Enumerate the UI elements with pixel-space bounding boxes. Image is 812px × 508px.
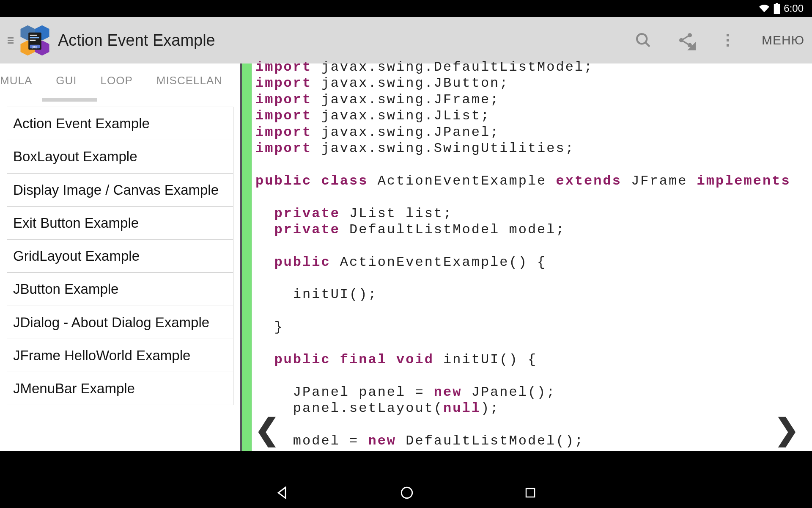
list-item[interactable]: GridLayout Example: [7, 240, 233, 273]
recent-apps-icon[interactable]: [524, 486, 537, 501]
example-list: Action Event Example BoxLayout Example D…: [7, 107, 233, 405]
svg-point-19: [401, 487, 412, 498]
svg-rect-9: [30, 39, 36, 41]
source-code[interactable]: import javax.swing.DefaultListModel; imp…: [252, 58, 812, 451]
svg-line-13: [645, 42, 650, 47]
drawer-icon[interactable]: [8, 36, 14, 45]
list-item[interactable]: Action Event Example: [7, 107, 233, 140]
app-bar: php Action Event Example МЕНЮ: [0, 17, 812, 64]
tab-2[interactable]: LOOP: [88, 64, 144, 98]
svg-rect-0: [774, 4, 780, 14]
battery-icon: [774, 3, 780, 14]
svg-line-17: [683, 36, 688, 39]
search-icon[interactable]: [635, 32, 652, 49]
content-area: MULA GUI LOOP MISCELLAN Action Event Exa…: [0, 64, 812, 451]
svg-point-12: [637, 34, 647, 44]
sidebar: MULA GUI LOOP MISCELLAN Action Event Exa…: [0, 64, 242, 451]
svg-rect-7: [30, 34, 37, 36]
tab-3[interactable]: MISCELLAN: [145, 64, 234, 98]
app-icon: php: [17, 22, 53, 58]
wifi-icon: [758, 3, 770, 14]
status-time: 6:00: [784, 3, 804, 14]
svg-rect-20: [526, 489, 535, 497]
android-status-bar: 6:00: [0, 0, 812, 17]
tab-1[interactable]: GUI: [44, 64, 88, 98]
list-item[interactable]: JButton Example: [7, 273, 233, 306]
svg-rect-1: [776, 3, 778, 4]
tab-0[interactable]: MULA: [0, 64, 44, 98]
prev-page-icon[interactable]: ❮: [255, 412, 280, 447]
tab-bar[interactable]: MULA GUI LOOP MISCELLAN: [0, 64, 240, 98]
list-item[interactable]: JFrame HelloWorld Example: [7, 339, 233, 372]
line-gutter: [242, 64, 252, 451]
page-title: Action Event Example: [58, 31, 635, 50]
list-item[interactable]: Exit Button Example: [7, 207, 233, 240]
code-viewer[interactable]: import javax.swing.DefaultListModel; imp…: [242, 64, 812, 451]
overflow-icon[interactable]: [719, 32, 736, 49]
android-nav-bar: [0, 479, 812, 508]
share-icon[interactable]: [677, 32, 694, 49]
next-page-icon[interactable]: ❯: [774, 412, 799, 447]
list-item[interactable]: Display Image / Canvas Example: [7, 174, 233, 207]
active-tab-indicator: [42, 98, 97, 102]
menu-button[interactable]: МЕНЮ: [762, 33, 804, 47]
letterbox: [0, 451, 812, 479]
svg-text:php: php: [33, 45, 38, 48]
svg-rect-8: [30, 37, 39, 38]
list-item[interactable]: BoxLayout Example: [7, 140, 233, 173]
list-item[interactable]: JDialog - About Dialog Example: [7, 306, 233, 339]
home-icon[interactable]: [400, 486, 414, 502]
back-icon[interactable]: [275, 486, 290, 502]
list-item[interactable]: JMenuBar Example: [7, 372, 233, 405]
